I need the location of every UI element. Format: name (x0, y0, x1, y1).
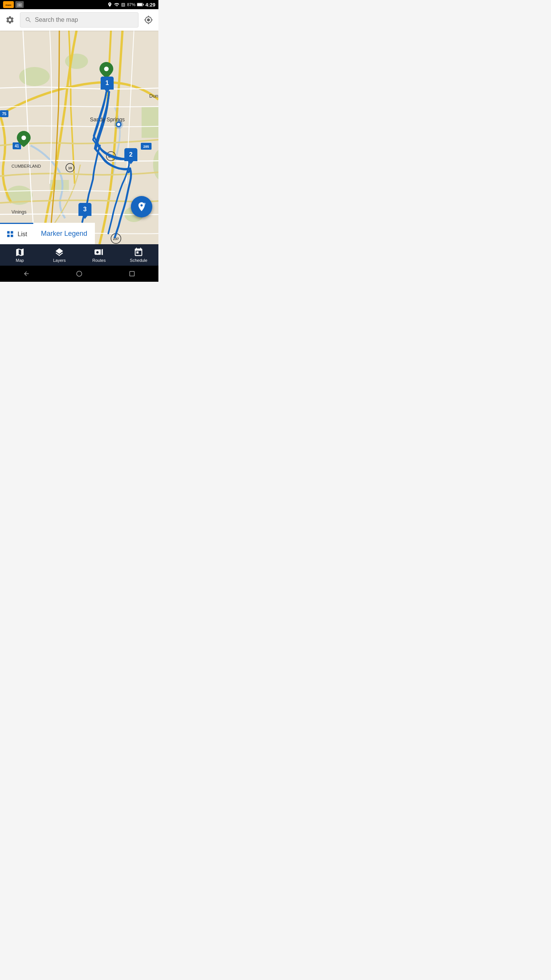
svg-rect-120 (130, 271, 134, 276)
svg-text:41: 41 (15, 144, 19, 148)
nav-label-map: Map (16, 258, 24, 263)
nav-label-layers: Layers (53, 258, 66, 263)
amazon-icon: amazon (3, 1, 14, 8)
battery-icon (137, 2, 144, 7)
svg-rect-9 (137, 3, 142, 6)
home-button[interactable] (72, 266, 87, 281)
route-marker-1: 1 (101, 77, 114, 90)
route-marker-3: 3 (78, 203, 91, 216)
back-icon (23, 270, 30, 277)
svg-text:Vinings: Vinings (11, 209, 26, 215)
my-location-button[interactable] (142, 13, 155, 27)
back-button[interactable] (19, 266, 34, 281)
home-icon (76, 270, 83, 277)
nav-label-routes: Routes (92, 258, 106, 263)
layers-nav-icon (54, 247, 64, 257)
svg-point-12 (65, 54, 88, 69)
list-icon (6, 230, 15, 238)
navigation-fab[interactable] (131, 196, 152, 217)
route-marker-2: 2 (124, 148, 137, 161)
svg-point-119 (77, 271, 82, 276)
nav-item-routes[interactable]: Routes (79, 244, 119, 266)
header (0, 9, 158, 31)
wifi-icon (114, 2, 119, 7)
svg-rect-4 (18, 2, 21, 3)
nav-label-schedule: Schedule (130, 258, 147, 263)
status-right: 87% 4:29 (107, 2, 155, 8)
search-icon (25, 16, 32, 23)
navigation-fab-icon (136, 201, 147, 212)
svg-text:amazon: amazon (5, 4, 11, 6)
marker-legend-label: Marker Legend (41, 230, 87, 238)
status-bar: amazon 87% 4:2 (0, 0, 158, 9)
photo-icon (15, 1, 24, 8)
svg-rect-13 (142, 107, 158, 138)
signal-icon (121, 2, 126, 7)
list-label: List (18, 231, 27, 238)
nav-item-layers[interactable]: Layers (40, 244, 80, 266)
location-status-icon (107, 2, 112, 7)
svg-point-11 (19, 67, 50, 86)
search-bar[interactable] (20, 12, 139, 28)
my-location-icon (144, 15, 153, 24)
nav-item-map[interactable]: Map (0, 244, 40, 266)
map-container[interactable]: 75 285 285 41 400 19 237 42 23 141 (0, 31, 158, 244)
system-nav-bar (0, 266, 158, 282)
list-button[interactable]: List (0, 223, 33, 244)
svg-rect-6 (122, 4, 124, 6)
svg-text:285: 285 (143, 145, 149, 149)
routes-nav-icon (94, 247, 104, 257)
svg-text:CUMBERLAND: CUMBERLAND (11, 164, 41, 168)
svg-rect-8 (143, 4, 143, 5)
schedule-nav-icon (134, 247, 143, 257)
navigation-bar: Map Layers Routes Schedule (0, 244, 158, 266)
search-input[interactable] (35, 16, 134, 23)
settings-button[interactable] (3, 13, 17, 27)
map-nav-icon (15, 247, 25, 257)
svg-text:Sandy Springs: Sandy Springs (90, 116, 125, 122)
marker-legend-button[interactable]: Marker Legend (33, 223, 95, 244)
map-bottom-overlay: List Marker Legend (0, 223, 158, 244)
recents-button[interactable] (124, 266, 140, 281)
status-left: amazon (3, 1, 24, 8)
battery-text: 87% (127, 2, 135, 7)
svg-text:75: 75 (2, 112, 7, 116)
svg-point-3 (18, 4, 21, 6)
svg-text:Dunwoody: Dunwoody (149, 93, 158, 99)
recents-icon (129, 270, 135, 277)
svg-text:19: 19 (68, 166, 72, 170)
time-display: 4:29 (145, 2, 155, 8)
nav-item-schedule[interactable]: Schedule (119, 244, 159, 266)
svg-text:400: 400 (108, 155, 114, 158)
